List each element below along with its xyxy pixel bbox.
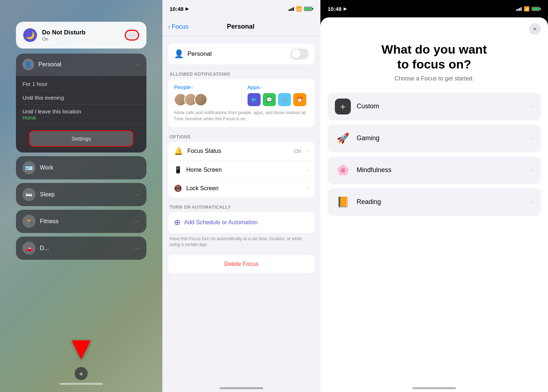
reading-label: Reading: [357, 198, 526, 206]
personal-icon: 👤: [22, 59, 34, 70]
app-icons-row: 🐦 💬 🔗 ⏰: [248, 93, 309, 106]
personal-more-dots[interactable]: ···: [133, 62, 140, 67]
work-more-dots[interactable]: ···: [133, 165, 140, 171]
focus-status-row[interactable]: 🔔 Focus Status On ›: [168, 142, 315, 161]
focus-sheet: ✕ What do you wantto focus on? Choose a …: [320, 17, 548, 392]
personal-header: 👤 Personal: [168, 43, 315, 64]
red-arrow-icon: ▼: [65, 331, 97, 364]
status-time-right: 10:48: [328, 6, 341, 12]
panel-control-center: 🌙 Do Not Disturb On ··· 👤 Personal ··· F…: [0, 0, 162, 392]
people-avatars: [174, 93, 236, 106]
home-screen-icon: 📱: [174, 166, 182, 174]
back-label: Focus: [172, 23, 188, 30]
reading-option[interactable]: 📙 Reading ›: [328, 188, 541, 216]
custom-option[interactable]: ＋ Custom ›: [328, 93, 541, 120]
battery-icon: [304, 7, 313, 11]
add-schedule-button[interactable]: ⊕ Add Schedule or Automation: [168, 212, 315, 233]
app-icon-1: 🐦: [248, 93, 261, 106]
mindfulness-icon: 🌸: [335, 162, 351, 178]
apps-label: Apps ›: [248, 84, 309, 90]
fitness-icon: 🏃: [22, 215, 36, 228]
notif-description: Allow calls and notifications from peopl…: [174, 110, 309, 122]
lock-screen-chevron-icon: ›: [307, 185, 309, 191]
toggle-knob: [291, 49, 301, 59]
location-name: Home: [22, 115, 36, 121]
lock-screen-text: Lock Screen: [186, 185, 301, 192]
drive-icon: 🚗: [22, 242, 36, 255]
focus-status-value: On: [294, 148, 301, 154]
battery-icon-right: [532, 7, 541, 11]
wifi-icon-right: 📶: [524, 6, 530, 12]
delete-focus-text: Delete Focus: [224, 261, 258, 267]
options-card: 🔔 Focus Status On › 📱 Home Screen › 📵 Lo…: [168, 142, 315, 197]
nav-bar-middle: ‹ Focus Personal: [162, 17, 320, 36]
bottom-area: ▼ ＋: [7, 331, 155, 385]
home-screen-row[interactable]: 📱 Home Screen ›: [168, 161, 315, 179]
focus-personal-item[interactable]: 👤 Personal ···: [16, 54, 146, 76]
avatar-3: [194, 93, 207, 106]
custom-label: Custom: [357, 103, 526, 110]
people-col[interactable]: People ›: [174, 84, 236, 106]
auto-section: TURN ON AUTOMATICALLY ⊕ Add Schedule or …: [168, 205, 315, 248]
focus-drive-row[interactable]: 🚗 D... ···: [16, 237, 146, 260]
chevron-icon: ›: [192, 85, 194, 89]
for-hour-option[interactable]: For 1 hour: [22, 77, 146, 91]
focus-status-chevron-icon: ›: [307, 148, 309, 154]
signal-icon: [288, 7, 294, 11]
panel-focus-picker: 10:48 ▶ 📶 ✕ What do you wantto focus on?: [320, 0, 548, 392]
close-button[interactable]: ✕: [529, 23, 541, 35]
reading-icon: 📙: [335, 194, 351, 210]
gaming-option[interactable]: 🚀 Gaming ›: [328, 125, 541, 152]
status-bar-middle: 10:48 ▶ 📶: [162, 0, 320, 17]
work-icon: 🪪: [22, 161, 36, 174]
sheet-home-bar: [412, 387, 456, 389]
back-button[interactable]: ‹ Focus: [168, 23, 188, 30]
auto-label: TURN ON AUTOMATICALLY: [170, 205, 315, 210]
app-icon-4: ⏰: [293, 93, 306, 106]
mindfulness-option[interactable]: 🌸 Mindfulness ›: [328, 157, 541, 184]
add-icon: ⊕: [174, 218, 180, 227]
dnd-subtitle: On: [42, 36, 120, 42]
reading-chevron-icon: ›: [532, 199, 534, 205]
status-time-middle: 10:48: [170, 6, 183, 12]
focus-options-list: ＋ Custom › 🚀 Gaming › 🌸 Mindfulness ›: [320, 93, 548, 216]
focus-status-text: Focus Status: [187, 148, 290, 154]
drive-more-dots[interactable]: ···: [133, 245, 140, 251]
personal-toggle[interactable]: [291, 49, 309, 59]
page-title-middle: Personal: [227, 23, 254, 30]
settings-button[interactable]: Settings: [29, 130, 133, 147]
focus-fitness-row[interactable]: 🏃 Fitness ···: [16, 210, 146, 233]
apps-col[interactable]: Apps › 🐦 💬 🔗 ⏰: [248, 84, 309, 106]
focus-sleep-row[interactable]: 🛏 Sleep ···: [16, 183, 146, 206]
gaming-chevron-icon: ›: [532, 135, 534, 142]
lock-screen-icon: 📵: [174, 184, 182, 192]
personal-submenu: For 1 hour Until this evening Until I le…: [16, 76, 146, 153]
home-indicator-mid: [162, 380, 320, 392]
dnd-more-button[interactable]: ···: [125, 30, 139, 41]
delete-focus-button[interactable]: Delete Focus: [168, 255, 315, 273]
dnd-text-block: Do Not Disturb On: [42, 29, 120, 42]
add-schedule-text: Add Schedule or Automation: [184, 219, 258, 226]
personal-toggle-card: 👤 Personal: [168, 43, 315, 64]
work-label: Work: [40, 164, 129, 171]
auto-description: Have this Focus turn on automatically at…: [168, 236, 315, 248]
sleep-more-dots[interactable]: ···: [133, 192, 140, 197]
drive-label: D...: [40, 245, 129, 251]
lock-screen-row[interactable]: 📵 Lock Screen ›: [168, 179, 315, 197]
scroll-content: 👤 Personal ALLOWED NOTIFICATIONS People …: [162, 36, 320, 380]
focus-menu: 👤 Personal ··· For 1 hour Until this eve…: [16, 54, 146, 153]
fitness-label: Fitness: [40, 218, 129, 225]
status-icons-right: 📶: [516, 6, 541, 12]
allowed-notif-label: ALLOWED NOTIFICATIONS: [170, 72, 315, 77]
until-evening-option[interactable]: Until this evening: [22, 91, 146, 105]
add-focus-button[interactable]: ＋: [75, 367, 88, 380]
fitness-more-dots[interactable]: ···: [133, 218, 140, 224]
until-location-option[interactable]: Until I leave this location Home: [22, 105, 146, 125]
mindfulness-label: Mindfulness: [357, 166, 526, 174]
dnd-card[interactable]: 🌙 Do Not Disturb On ···: [16, 22, 146, 49]
status-icons-middle: 📶: [288, 6, 313, 12]
options-label: OPTIONS: [170, 134, 315, 139]
mindfulness-chevron-icon: ›: [532, 167, 534, 174]
sheet-header: ✕: [320, 17, 548, 35]
focus-work-row[interactable]: 🪪 Work ···: [16, 156, 146, 179]
